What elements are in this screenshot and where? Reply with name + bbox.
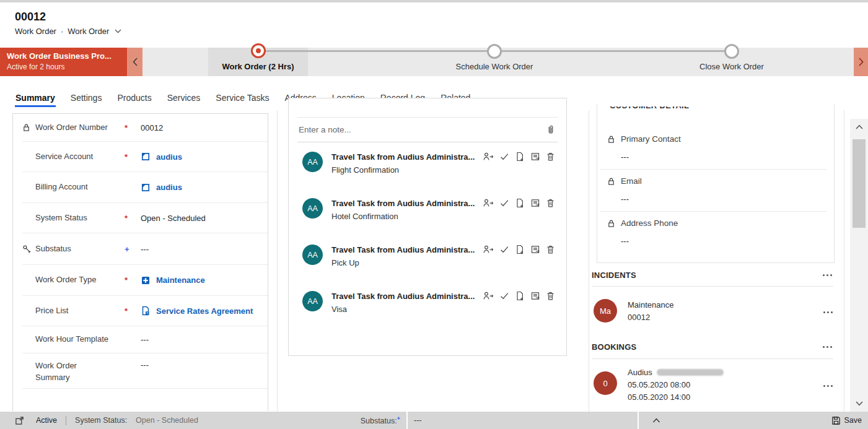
delete-icon[interactable] — [546, 198, 555, 208]
note-input[interactable] — [297, 125, 546, 134]
timeline-item[interactable]: AA Travel Task from Audius Administra... — [289, 197, 566, 243]
field-value[interactable]: Service Rates Agreement — [141, 306, 261, 316]
scroll-down-icon[interactable] — [856, 401, 863, 406]
field-value[interactable]: --- — [141, 245, 261, 254]
save-button[interactable]: Save — [831, 416, 862, 425]
assign-icon[interactable] — [483, 198, 494, 208]
collapse-footer-icon[interactable] — [652, 418, 660, 423]
tab-services[interactable]: Services — [167, 93, 201, 111]
add-document-icon[interactable] — [515, 152, 525, 162]
field-row-service-account: Service Account * audius — [22, 142, 268, 172]
tab-service-tasks[interactable]: Service Tasks — [215, 93, 270, 111]
note-entry-row — [297, 118, 558, 142]
field-value-text: --- — [141, 335, 149, 344]
delete-icon[interactable] — [546, 152, 555, 162]
booking-end: 05.05.2020 14:00 — [628, 391, 822, 404]
field-value[interactable]: audius — [141, 152, 261, 162]
work-order-type-icon — [141, 275, 151, 285]
more-button[interactable] — [822, 300, 834, 324]
stage-circle-icon[interactable] — [251, 43, 266, 58]
timeline-item-subtitle: Flight Confirmation — [331, 165, 555, 175]
field-value[interactable]: audius — [141, 183, 261, 193]
system-status-label: System Status: — [75, 416, 127, 425]
field-value[interactable]: Maintenance — [141, 275, 261, 285]
add-document-icon[interactable] — [515, 245, 525, 254]
bpf-next-stage-button[interactable] — [854, 48, 868, 76]
section-title: BOOKINGS — [592, 342, 636, 352]
field-value-text: Service Rates Agreement — [156, 306, 253, 316]
field-label: Address Phone — [621, 219, 678, 228]
open-note-icon[interactable] — [530, 198, 540, 208]
key-icon — [22, 245, 31, 253]
add-document-icon[interactable] — [515, 198, 525, 208]
stage-circle-icon[interactable] — [724, 44, 739, 59]
field-row-email[interactable]: Email --- — [600, 170, 826, 212]
customer-detail-section: CUSTOMER DETAIL Primary Contact --- — [597, 104, 835, 263]
attachment-icon[interactable] — [546, 124, 555, 135]
tab-label: Products — [117, 93, 151, 103]
mark-complete-icon[interactable] — [499, 245, 509, 254]
avatar: AA — [302, 152, 323, 172]
assign-icon[interactable] — [483, 291, 494, 301]
mark-complete-icon[interactable] — [499, 291, 509, 301]
chevron-down-icon[interactable] — [115, 29, 121, 33]
lock-icon — [22, 123, 30, 132]
field-label: Work Order Number — [35, 122, 125, 134]
mark-complete-icon[interactable] — [499, 198, 509, 208]
record-state: Active — [36, 416, 57, 425]
mark-complete-icon[interactable] — [499, 152, 509, 162]
open-note-icon[interactable] — [530, 245, 540, 254]
tab-products[interactable]: Products — [116, 93, 152, 111]
incident-type: Maintenance — [628, 299, 822, 311]
field-value: --- — [621, 194, 826, 204]
field-value[interactable]: --- — [141, 360, 261, 370]
required-marker: * — [125, 152, 128, 162]
stage-circle-icon[interactable] — [487, 44, 502, 59]
breadcrumb-entity: Work Order — [15, 27, 56, 36]
field-value[interactable]: --- — [141, 335, 261, 344]
open-note-icon[interactable] — [530, 291, 540, 301]
timeline-item-title: Travel Task from Audius Administra... — [331, 292, 478, 301]
field-label: System Status — [35, 212, 125, 224]
business-process-flow: Work Order Business Pro... Active for 2 … — [0, 48, 868, 76]
form-selector[interactable]: Work Order — [68, 27, 109, 36]
tab-settings[interactable]: Settings — [70, 93, 103, 111]
popout-icon[interactable] — [15, 416, 24, 425]
timeline-item[interactable]: AA Travel Task from Audius Administra... — [289, 290, 566, 336]
lock-icon — [607, 135, 615, 144]
substatus-value[interactable]: --- — [414, 416, 422, 425]
scroll-up-icon[interactable] — [856, 124, 863, 129]
assign-icon[interactable] — [483, 245, 494, 254]
more-button[interactable] — [822, 272, 833, 279]
timeline-item[interactable]: AA Travel Task from Audius Administra... — [289, 243, 566, 290]
timeline-item-title: Travel Task from Audius Administra... — [331, 245, 478, 254]
tab-summary[interactable]: Summary — [15, 93, 56, 111]
field-value: --- — [621, 152, 826, 162]
page-title: 00012 — [15, 11, 46, 24]
customer-detail-title-clipped: CUSTOMER DETAIL — [610, 106, 834, 120]
delete-icon[interactable] — [546, 245, 555, 254]
section-divider — [592, 358, 833, 359]
scrollbar-thumb[interactable] — [853, 139, 866, 228]
open-note-icon[interactable] — [530, 152, 540, 162]
field-value-text: Maintenance — [156, 275, 205, 285]
incident-item[interactable]: Ma Maintenance 00012 — [594, 299, 834, 324]
incidents-section-header: INCIDENTS — [592, 271, 833, 280]
delete-icon[interactable] — [546, 291, 555, 301]
field-value[interactable]: 00012 — [141, 123, 261, 132]
field-row-address-phone[interactable]: Address Phone --- — [600, 212, 826, 254]
timeline-item[interactable]: AA Travel Task from Audius Administra... — [289, 150, 566, 197]
avatar: AA — [302, 245, 323, 265]
more-button[interactable] — [822, 344, 833, 350]
booking-item[interactable]: 0 Audius 05.05.2020 08:00 05.05.2020 14:… — [594, 366, 834, 404]
assign-icon[interactable] — [483, 152, 494, 162]
booking-start: 05.05.2020 08:00 — [628, 379, 822, 391]
more-button[interactable] — [822, 368, 834, 404]
field-value: --- — [621, 236, 826, 246]
field-value[interactable]: Open - Scheduled — [141, 214, 261, 223]
vertical-scrollbar[interactable] — [850, 119, 868, 412]
field-row-primary-contact[interactable]: Primary Contact --- — [600, 128, 826, 170]
field-label: Billing Account — [35, 181, 125, 193]
field-row-work-hour-template: Work Hour Template --- — [22, 326, 268, 353]
add-document-icon[interactable] — [515, 291, 525, 301]
